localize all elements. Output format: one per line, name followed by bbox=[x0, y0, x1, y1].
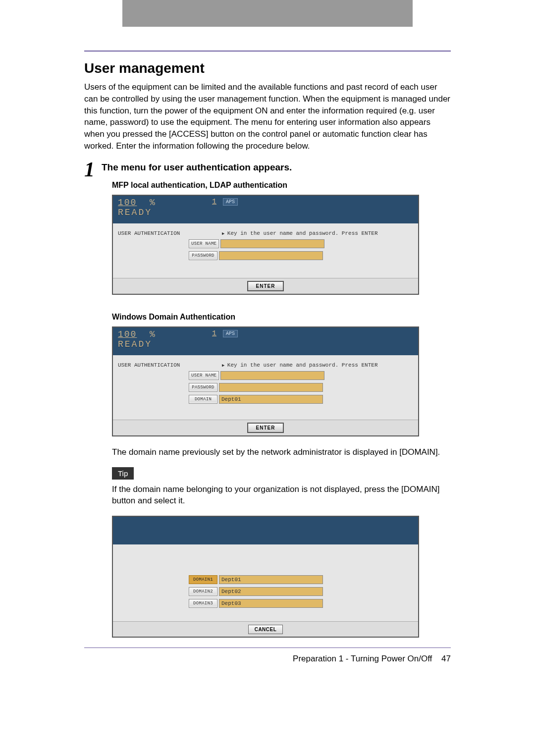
footer-page: 47 bbox=[441, 654, 451, 663]
password-field-2[interactable] bbox=[219, 383, 323, 392]
header-percent-2: 100 bbox=[118, 329, 137, 339]
header-ready-2: READY bbox=[118, 339, 413, 349]
panel-body-2: USER AUTHENTICATION Key in the user name… bbox=[113, 355, 418, 420]
header-pct-sym-2: % bbox=[150, 329, 156, 339]
domain2-button[interactable]: DOMAIN2 bbox=[189, 587, 217, 596]
header-ready: READY bbox=[118, 208, 413, 217]
panel-body-3: DOMAIN1 Dept01 DOMAIN2 Dept02 DOMAIN3 De… bbox=[113, 544, 418, 621]
tip-text: If the domain name belonging to your org… bbox=[112, 484, 451, 507]
page-footer: Preparation 1 - Turning Power On/Off 47 bbox=[84, 648, 451, 676]
panel-footer-3: CANCEL bbox=[113, 621, 418, 637]
panel-footer: ENTER bbox=[113, 278, 418, 294]
device-panel-mfp: 100 % READY 1 APS USER AUTHENTICATION Ke… bbox=[112, 195, 419, 295]
header-gray-bar bbox=[122, 0, 413, 27]
intro-paragraph: Users of the equipment can be limited an… bbox=[84, 81, 451, 152]
device-panel-windows: 100 % READY 1 APS USER AUTHENTICATION Ke… bbox=[112, 326, 419, 436]
device-panel-domain-select: DOMAIN1 Dept01 DOMAIN2 Dept02 DOMAIN3 De… bbox=[112, 516, 419, 638]
step-title: The menu for user authentication appears… bbox=[102, 162, 292, 173]
domain2-value: Dept02 bbox=[219, 587, 323, 596]
username-field-2[interactable] bbox=[220, 371, 324, 380]
step-number: 1 bbox=[84, 159, 95, 180]
step-subtitle-1: MFP local authentication, LDAP authentic… bbox=[112, 181, 451, 190]
header-one: 1 bbox=[212, 198, 216, 206]
domain1-button[interactable]: DOMAIN1 bbox=[189, 575, 217, 584]
header-percent: 100 bbox=[118, 198, 137, 208]
password-button-2[interactable]: PASSWORD bbox=[189, 383, 217, 392]
panel-footer-2: ENTER bbox=[113, 420, 418, 435]
user-auth-label-2: USER AUTHENTICATION bbox=[118, 362, 180, 368]
panel-header: 100 % READY 1 APS bbox=[113, 196, 418, 223]
panel-header-3 bbox=[113, 517, 418, 544]
footer-text: Preparation 1 - Turning Power On/Off bbox=[293, 654, 432, 663]
panel-body: USER AUTHENTICATION Key in the user name… bbox=[113, 223, 418, 278]
domain-note: The domain name previously set by the ne… bbox=[112, 446, 451, 458]
domain3-button[interactable]: DOMAIN3 bbox=[189, 599, 217, 608]
password-button[interactable]: PASSWORD bbox=[189, 251, 217, 260]
username-field[interactable] bbox=[220, 239, 324, 248]
header-aps: APS bbox=[223, 198, 238, 206]
step-subtitle-2: Windows Domain Authentication bbox=[112, 313, 451, 322]
domain-button[interactable]: DOMAIN bbox=[189, 395, 217, 404]
domain3-value: Dept03 bbox=[219, 599, 323, 608]
header-one-2: 1 bbox=[212, 329, 216, 338]
username-button-2[interactable]: USER NAME bbox=[189, 371, 219, 380]
header-pct-sym: % bbox=[150, 198, 156, 208]
enter-button[interactable]: ENTER bbox=[247, 281, 284, 291]
page-title: User management bbox=[84, 60, 451, 76]
header-aps-2: APS bbox=[223, 330, 238, 337]
panel-header-2: 100 % READY 1 APS bbox=[113, 327, 418, 355]
instruction-text-2: Key in the user name and password. Press… bbox=[222, 362, 377, 368]
rule-top bbox=[84, 51, 451, 52]
enter-button-2[interactable]: ENTER bbox=[247, 423, 284, 433]
username-button[interactable]: USER NAME bbox=[189, 239, 219, 248]
instruction-text: Key in the user name and password. Press… bbox=[222, 230, 377, 236]
user-auth-label: USER AUTHENTICATION bbox=[118, 230, 180, 236]
domain-field[interactable]: Dept01 bbox=[219, 395, 323, 404]
cancel-button[interactable]: CANCEL bbox=[248, 625, 283, 634]
domain1-value: Dept01 bbox=[219, 575, 323, 584]
password-field[interactable] bbox=[219, 251, 323, 260]
tip-badge: Tip bbox=[112, 467, 134, 480]
